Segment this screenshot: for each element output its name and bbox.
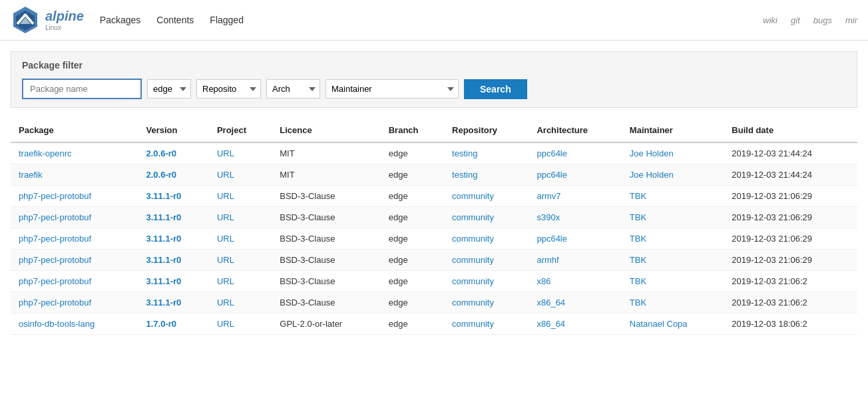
- repo-link[interactable]: testing: [452, 170, 477, 180]
- project-url-link[interactable]: URL: [217, 234, 234, 244]
- arch-link[interactable]: x86_64: [537, 298, 565, 308]
- repo-select[interactable]: Reposito main community testing: [196, 79, 261, 99]
- repo-link[interactable]: testing: [452, 148, 477, 158]
- project-url-link[interactable]: URL: [217, 319, 234, 329]
- maintainer-select[interactable]: Maintainer: [326, 79, 459, 99]
- maintainer-link[interactable]: TBK: [630, 212, 646, 222]
- cell-architecture: ppc64le: [529, 142, 621, 164]
- cell-build-date: 2019-12-03 21:06:29: [724, 186, 857, 207]
- repo-link[interactable]: community: [452, 234, 494, 244]
- cell-repository: community: [444, 292, 529, 314]
- cell-version: 3.11.1-r0: [138, 207, 209, 228]
- cell-repository: community: [444, 314, 529, 335]
- cell-version: 2.0.6-r0: [138, 164, 209, 186]
- mir-link[interactable]: mir: [845, 15, 857, 25]
- maintainer-link[interactable]: Natanael Copa: [630, 319, 688, 329]
- wiki-link[interactable]: wiki: [763, 15, 777, 25]
- project-url-link[interactable]: URL: [217, 255, 234, 265]
- package-link[interactable]: php7-pecl-protobuf: [19, 191, 91, 201]
- cell-repository: community: [444, 271, 529, 292]
- package-link[interactable]: osinfo-db-tools-lang: [19, 319, 95, 329]
- nav-flagged[interactable]: Flagged: [210, 15, 244, 25]
- cell-licence: BSD-3-Clause: [272, 186, 380, 207]
- project-url-link[interactable]: URL: [217, 212, 234, 222]
- cell-package: traefik: [11, 164, 138, 186]
- maintainer-link[interactable]: TBK: [630, 298, 646, 308]
- maintainer-link[interactable]: Joe Holden: [630, 170, 674, 180]
- cell-package: php7-pecl-protobuf: [11, 250, 138, 271]
- cell-branch: edge: [381, 292, 444, 314]
- cell-package: php7-pecl-protobuf: [11, 186, 138, 207]
- table-row: traefik 2.0.6-r0 URL MIT edge testing pp…: [11, 164, 857, 186]
- cell-architecture: ppc64le: [529, 228, 621, 250]
- cell-maintainer: TBK: [622, 292, 724, 314]
- maintainer-link[interactable]: TBK: [630, 234, 646, 244]
- project-url-link[interactable]: URL: [217, 191, 234, 201]
- logo-text: alpine Linux: [45, 9, 84, 31]
- arch-link[interactable]: ppc64le: [537, 170, 567, 180]
- project-url-link[interactable]: URL: [217, 170, 234, 180]
- cell-repository: testing: [444, 164, 529, 186]
- arch-select[interactable]: Arch x86_64 x86 armhf armv7 aarch64 ppc6…: [266, 79, 320, 99]
- cell-version: 1.7.0-r0: [138, 314, 209, 335]
- cell-licence: MIT: [272, 164, 380, 186]
- cell-build-date: 2019-12-03 21:06:29: [724, 207, 857, 228]
- arch-link[interactable]: armhf: [537, 255, 558, 265]
- arch-link[interactable]: x86_64: [537, 319, 565, 329]
- col-branch: Branch: [381, 118, 444, 142]
- cell-licence: BSD-3-Clause: [272, 228, 380, 250]
- maintainer-link[interactable]: TBK: [630, 276, 646, 286]
- project-url-link[interactable]: URL: [217, 276, 234, 286]
- arch-link[interactable]: s390x: [537, 212, 560, 222]
- git-link[interactable]: git: [791, 15, 800, 25]
- package-link[interactable]: traefik-openrc: [19, 148, 71, 158]
- maintainer-link[interactable]: Joe Holden: [630, 148, 674, 158]
- branch-select[interactable]: edge v3.12 v3.11 v3.10: [147, 79, 191, 99]
- repo-link[interactable]: community: [452, 276, 494, 286]
- nav-contents[interactable]: Contents: [156, 15, 194, 25]
- cell-architecture: armv7: [529, 186, 621, 207]
- filter-section: Package filter edge v3.12 v3.11 v3.10 Re…: [11, 51, 857, 108]
- bugs-link[interactable]: bugs: [813, 15, 832, 25]
- package-link[interactable]: php7-pecl-protobuf: [19, 234, 91, 244]
- cell-architecture: x86_64: [529, 314, 621, 335]
- top-right-links: wiki git bugs mir: [763, 15, 857, 25]
- cell-architecture: armhf: [529, 250, 621, 271]
- package-link[interactable]: php7-pecl-protobuf: [19, 255, 91, 265]
- package-name-input[interactable]: [22, 79, 142, 99]
- repo-link[interactable]: community: [452, 212, 494, 222]
- repo-link[interactable]: community: [452, 255, 494, 265]
- cell-package: osinfo-db-tools-lang: [11, 314, 138, 335]
- col-build-date: Build date: [724, 118, 857, 142]
- cell-architecture: x86_64: [529, 292, 621, 314]
- maintainer-link[interactable]: TBK: [630, 191, 646, 201]
- nav-packages[interactable]: Packages: [100, 15, 140, 25]
- package-link[interactable]: php7-pecl-protobuf: [19, 276, 91, 286]
- cell-project: URL: [209, 292, 272, 314]
- maintainer-link[interactable]: TBK: [630, 255, 646, 265]
- arch-link[interactable]: ppc64le: [537, 234, 567, 244]
- arch-link[interactable]: ppc64le: [537, 148, 567, 158]
- arch-link[interactable]: x86: [537, 276, 550, 286]
- col-project: Project: [209, 118, 272, 142]
- cell-repository: community: [444, 207, 529, 228]
- table-wrapper: Package Version Project Licence Branch R…: [11, 118, 857, 335]
- cell-maintainer: TBK: [622, 250, 724, 271]
- repo-link[interactable]: community: [452, 319, 494, 329]
- cell-package: php7-pecl-protobuf: [11, 207, 138, 228]
- table-row: osinfo-db-tools-lang 1.7.0-r0 URL GPL-2.…: [11, 314, 857, 335]
- package-link[interactable]: php7-pecl-protobuf: [19, 298, 91, 308]
- cell-build-date: 2019-12-03 21:06:29: [724, 228, 857, 250]
- project-url-link[interactable]: URL: [217, 148, 234, 158]
- package-link[interactable]: php7-pecl-protobuf: [19, 212, 91, 222]
- project-url-link[interactable]: URL: [217, 298, 234, 308]
- repo-link[interactable]: community: [452, 298, 494, 308]
- cell-architecture: x86: [529, 271, 621, 292]
- package-link[interactable]: traefik: [19, 170, 42, 180]
- table-row: php7-pecl-protobuf 3.11.1-r0 URL BSD-3-C…: [11, 186, 857, 207]
- arch-link[interactable]: armv7: [537, 191, 560, 201]
- search-button[interactable]: Search: [464, 79, 527, 99]
- repo-link[interactable]: community: [452, 191, 494, 201]
- cell-branch: edge: [381, 142, 444, 164]
- table-row: php7-pecl-protobuf 3.11.1-r0 URL BSD-3-C…: [11, 207, 857, 228]
